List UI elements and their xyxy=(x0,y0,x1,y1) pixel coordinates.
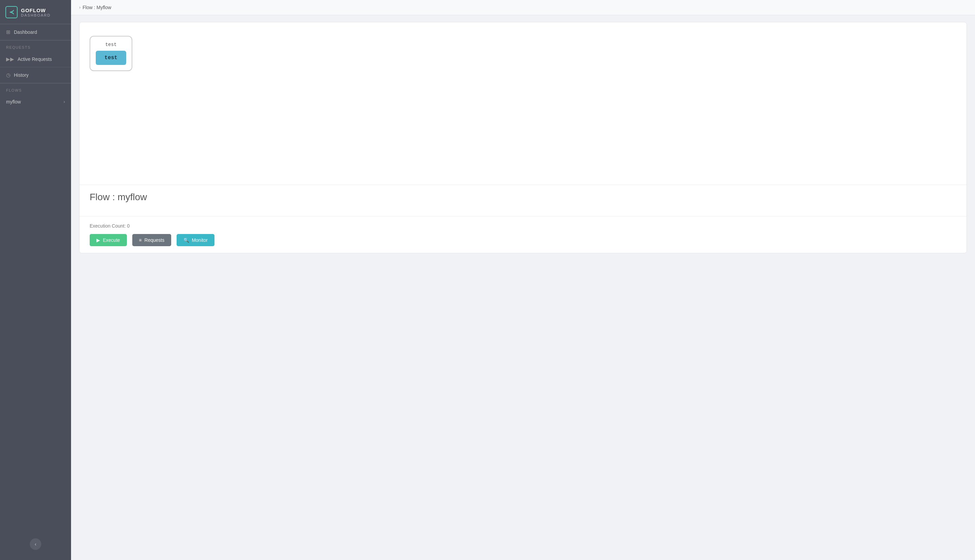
execution-count-number: 0 xyxy=(127,223,130,228)
execute-label: Execute xyxy=(103,237,120,243)
brand-subtitle: DASHBOARD xyxy=(21,13,51,17)
requests-button[interactable]: ≡ Requests xyxy=(132,234,171,246)
flow-title: Flow : myflow xyxy=(90,192,957,203)
flow-info: Flow : myflow xyxy=(80,185,967,216)
flow-diagram: test test xyxy=(80,22,967,185)
breadcrumb-item: Flow : Myflow xyxy=(83,5,111,10)
sidebar-item-myflow[interactable]: myflow › xyxy=(0,94,71,109)
monitor-label: Monitor xyxy=(192,237,208,243)
breadcrumb: › Flow : Myflow xyxy=(71,0,975,15)
sidebar: ≺ GOFLOW DASHBOARD ⊞ Dashboard REQUESTS … xyxy=(0,0,71,560)
logo-icon: ≺ xyxy=(9,8,14,16)
sidebar-active-requests-label: Active Requests xyxy=(18,57,52,62)
execution-count-label: Execution Count: xyxy=(90,223,126,228)
sidebar-item-active-requests[interactable]: ▶▶ Active Requests xyxy=(0,52,71,67)
flows-section-label: FLOWS xyxy=(0,83,71,94)
sidebar-flow-label: myflow xyxy=(6,99,21,105)
execute-button[interactable]: ▶ Execute xyxy=(90,234,127,246)
monitor-icon: 🔍 xyxy=(184,237,189,243)
flow-node-label: test xyxy=(105,42,117,47)
execution-count: Execution Count: 0 xyxy=(90,223,957,228)
brand-name: GOFLOW xyxy=(21,7,51,13)
main-content: › Flow : Myflow test test Flow : myflow … xyxy=(71,0,975,560)
flow-node: test test xyxy=(90,36,132,71)
flow-actions: Execution Count: 0 ▶ Execute ≡ Requests xyxy=(80,216,967,253)
requests-section-label: REQUESTS xyxy=(0,41,71,52)
sidebar-dashboard-label: Dashboard xyxy=(14,29,37,35)
monitor-button[interactable]: 🔍 Monitor xyxy=(177,234,214,246)
history-icon: ◷ xyxy=(6,72,10,78)
requests-label: Requests xyxy=(144,237,164,243)
dashboard-icon: ⊞ xyxy=(6,29,10,35)
sidebar-brand: GOFLOW DASHBOARD xyxy=(21,7,51,17)
flow-card: test test Flow : myflow Execution Count:… xyxy=(79,22,967,253)
collapse-icon: ‹ xyxy=(35,542,37,547)
sidebar-collapse-button[interactable]: ‹ xyxy=(30,538,41,550)
sidebar-item-dashboard[interactable]: ⊞ Dashboard xyxy=(0,24,71,40)
chevron-right-icon: › xyxy=(63,99,65,104)
sidebar-item-history[interactable]: ◷ History xyxy=(0,67,71,83)
sidebar-header: ≺ GOFLOW DASHBOARD xyxy=(0,0,71,24)
content-area: test test Flow : myflow Execution Count:… xyxy=(71,15,975,560)
active-requests-icon: ▶▶ xyxy=(6,56,14,62)
sidebar-history-label: History xyxy=(14,72,29,78)
sidebar-logo: ≺ xyxy=(5,6,18,18)
flow-node-box: test xyxy=(96,51,126,65)
breadcrumb-chevron: › xyxy=(79,5,80,10)
execute-icon: ▶ xyxy=(97,237,100,243)
requests-icon: ≡ xyxy=(139,237,142,243)
